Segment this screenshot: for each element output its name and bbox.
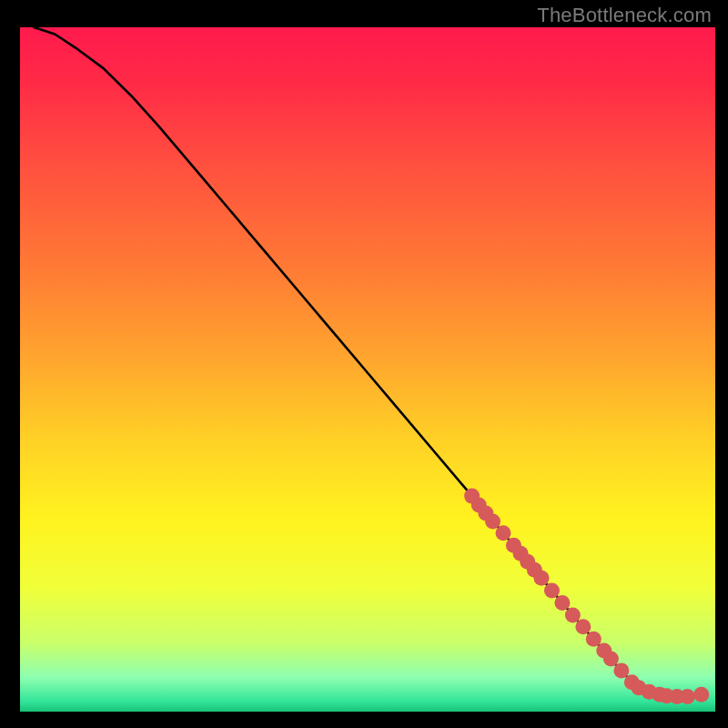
chart-svg xyxy=(0,0,728,728)
scatter-point xyxy=(586,632,602,647)
attribution-text: TheBottleneck.com xyxy=(537,4,712,27)
scatter-point xyxy=(544,582,560,598)
scatter-point xyxy=(534,571,550,586)
scatter-point xyxy=(613,662,629,678)
scatter-point xyxy=(554,595,570,611)
scatter-point xyxy=(565,607,581,622)
chart-container: TheBottleneck.com xyxy=(0,0,728,728)
scatter-point xyxy=(680,689,695,704)
scatter-point xyxy=(575,619,591,634)
scatter-point xyxy=(693,687,709,703)
scatter-point xyxy=(495,525,511,541)
plot-background xyxy=(20,27,715,712)
scatter-point xyxy=(603,652,619,667)
scatter-point xyxy=(485,513,500,529)
